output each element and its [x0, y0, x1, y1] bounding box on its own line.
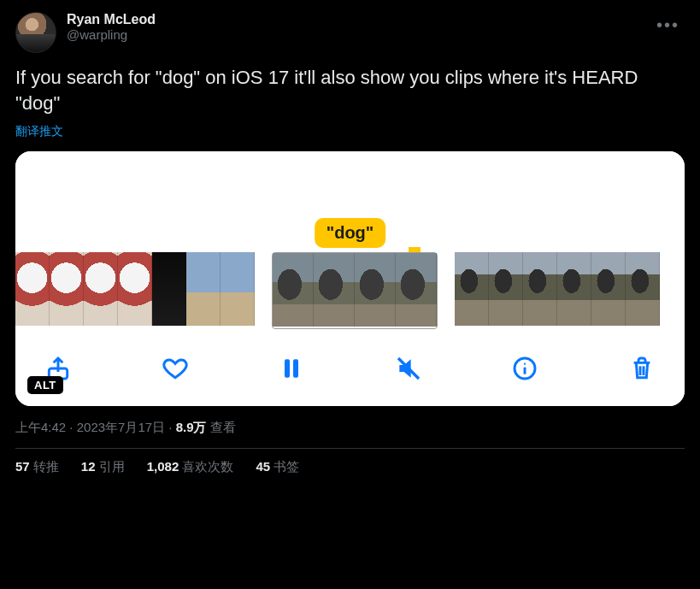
divider	[15, 448, 685, 449]
thumb	[396, 253, 437, 327]
thumb	[455, 252, 489, 326]
tweet-header: Ryan McLeod @warpling •••	[15, 12, 685, 53]
thumb	[186, 252, 221, 326]
clip-strip-1[interactable]	[15, 252, 255, 329]
svg-rect-1	[285, 360, 290, 378]
trash-icon[interactable]	[623, 350, 661, 387]
tweet-text: If you search for "dog" on iOS 17 it'll …	[15, 65, 685, 115]
thumb	[152, 252, 186, 326]
thumb	[50, 252, 84, 326]
engagement-stats: 57 转推 12 引用 1,082 喜欢次数 45 书签	[15, 459, 685, 475]
likes[interactable]: 1,082 喜欢次数	[147, 459, 234, 475]
thumb	[84, 252, 118, 326]
search-term-pill: "dog"	[315, 218, 386, 248]
thumb	[591, 252, 626, 326]
heart-icon[interactable]	[156, 350, 194, 387]
svg-point-5	[524, 363, 526, 365]
svg-rect-2	[293, 360, 298, 378]
media-top-area: "dog"	[15, 151, 685, 252]
media-card[interactable]: "dog"	[15, 151, 685, 406]
clip-strip-2-selected[interactable]	[272, 252, 438, 329]
tweet-meta: 上午4:42 · 2023年7月17日 · 8.9万 查看	[15, 420, 685, 436]
author-block: Ryan McLeod @warpling	[67, 12, 156, 42]
quotes[interactable]: 12 引用	[81, 459, 125, 475]
avatar[interactable]	[15, 12, 56, 53]
thumb	[626, 252, 660, 326]
views-count[interactable]: 8.9万	[176, 420, 207, 434]
thumb	[221, 252, 255, 326]
clip-strip-3[interactable]	[455, 252, 660, 329]
bookmarks[interactable]: 45 书签	[256, 459, 299, 475]
info-icon[interactable]	[506, 350, 544, 387]
thumb	[355, 253, 396, 327]
thumb	[523, 252, 557, 326]
video-timeline[interactable]	[15, 252, 685, 333]
translate-link[interactable]: 翻译推文	[15, 124, 63, 139]
pause-icon[interactable]	[273, 350, 310, 387]
time[interactable]: 上午4:42	[15, 420, 66, 434]
more-button[interactable]: •••	[651, 12, 685, 38]
thumb	[489, 252, 523, 326]
alt-badge[interactable]: ALT	[27, 376, 63, 394]
thumb	[15, 252, 50, 326]
tweet: Ryan McLeod @warpling ••• If you search …	[15, 12, 685, 475]
handle[interactable]: @warpling	[67, 27, 156, 42]
thumb	[557, 252, 591, 326]
media-toolbar	[15, 333, 685, 406]
date[interactable]: 2023年7月17日	[77, 420, 165, 434]
thumb	[314, 253, 355, 327]
mute-icon[interactable]	[390, 350, 427, 387]
display-name[interactable]: Ryan McLeod	[67, 12, 156, 27]
retweets[interactable]: 57 转推	[15, 459, 59, 475]
thumb	[273, 253, 314, 327]
views-label: 查看	[207, 420, 236, 434]
thumb	[118, 252, 152, 326]
